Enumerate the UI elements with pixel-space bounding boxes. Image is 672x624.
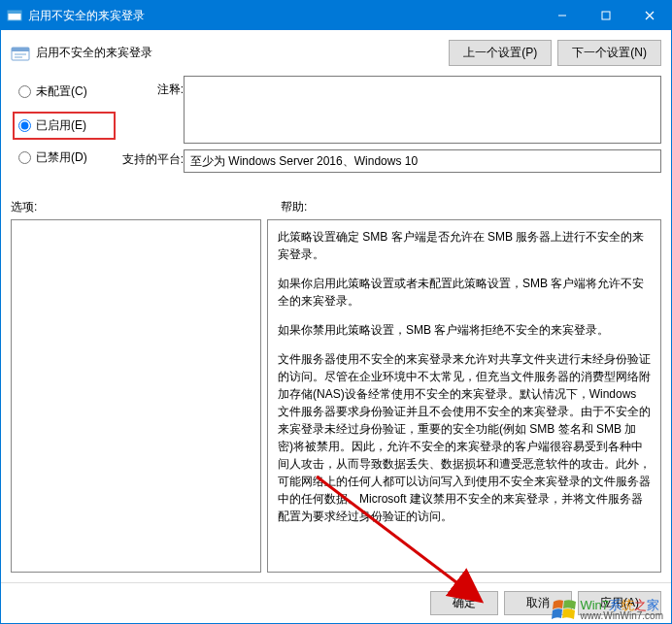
minimize-button[interactable] (540, 1, 584, 30)
help-p2: 如果你启用此策略设置或者未配置此策略设置，SMB 客户端将允许不安全的来宾登录。 (278, 275, 651, 310)
apply-button[interactable]: 应用(A) (578, 591, 661, 615)
radio-not-configured-label: 未配置(C) (36, 83, 87, 100)
options-box (11, 219, 261, 573)
radio-disabled-input[interactable] (18, 151, 31, 164)
radio-group: 未配置(C) 已启用(E) 已禁用(D) (11, 76, 119, 180)
svg-rect-9 (15, 56, 22, 58)
svg-rect-3 (602, 12, 610, 19)
prev-setting-button[interactable]: 上一个设置(P) (449, 40, 552, 66)
help-p4: 文件服务器使用不安全的来宾登录来允许对共享文件夹进行未经身份验证的访问。尽管在企… (278, 350, 651, 525)
radio-not-configured[interactable]: 未配置(C) (18, 83, 119, 100)
options-label: 选项: (11, 199, 281, 215)
titlebar: 启用不安全的来宾登录 (1, 1, 671, 30)
lower-row: 此策略设置确定 SMB 客户端是否允许在 SMB 服务器上进行不安全的来宾登录。… (11, 219, 661, 573)
radio-disabled[interactable]: 已禁用(D) (18, 149, 119, 166)
comment-label: 注释: (119, 82, 184, 151)
help-p1: 此策略设置确定 SMB 客户端是否允许在 SMB 服务器上进行不安全的来宾登录。 (278, 228, 651, 263)
help-p3: 如果你禁用此策略设置，SMB 客户端将拒绝不安全的来宾登录。 (278, 321, 651, 339)
cancel-button[interactable]: 取消 (504, 591, 572, 615)
content-area: 启用不安全的来宾登录 上一个设置(P) 下一个设置(N) 未配置(C) 已启用(… (1, 30, 671, 582)
dialog-window: 启用不安全的来宾登录 启用不安全的来宾登录 上一个设置(P) 下一个设置(N) … (0, 0, 672, 624)
help-box: 此策略设置确定 SMB 客户端是否允许在 SMB 服务器上进行不安全的来宾登录。… (267, 219, 661, 573)
field-labels: 注释: 支持的平台: (119, 76, 184, 168)
mid-labels: 选项: 帮助: (11, 199, 661, 215)
platform-box: 至少为 Windows Server 2016、Windows 10 (184, 149, 661, 173)
svg-rect-1 (8, 11, 21, 14)
policy-icon (11, 44, 30, 63)
maximize-button[interactable] (584, 1, 627, 30)
radio-disabled-label: 已禁用(D) (36, 149, 87, 166)
ok-button[interactable]: 确定 (430, 591, 498, 615)
footer: 确定 取消 应用(A) (1, 582, 671, 623)
field-values: 至少为 Windows Server 2016、Windows 10 (184, 76, 661, 173)
policy-title: 启用不安全的来宾登录 (36, 45, 152, 61)
radio-not-configured-input[interactable] (18, 85, 31, 98)
close-button[interactable] (627, 1, 671, 30)
svg-rect-8 (15, 53, 26, 55)
svg-rect-7 (12, 48, 29, 51)
radio-enabled-input[interactable] (18, 119, 31, 132)
comment-textarea[interactable] (184, 76, 661, 144)
radio-enabled-label: 已启用(E) (36, 117, 86, 134)
radio-enabled[interactable]: 已启用(E) (13, 112, 116, 140)
window-title: 启用不安全的来宾登录 (28, 8, 540, 24)
help-label: 帮助: (281, 199, 307, 215)
app-icon (7, 8, 22, 23)
header-row: 启用不安全的来宾登录 上一个设置(P) 下一个设置(N) (11, 40, 661, 66)
platform-label: 支持的平台: (119, 151, 184, 168)
config-row: 未配置(C) 已启用(E) 已禁用(D) 注释: 支持的平台: 至少为 Wind… (11, 76, 661, 180)
next-setting-button[interactable]: 下一个设置(N) (557, 40, 661, 66)
